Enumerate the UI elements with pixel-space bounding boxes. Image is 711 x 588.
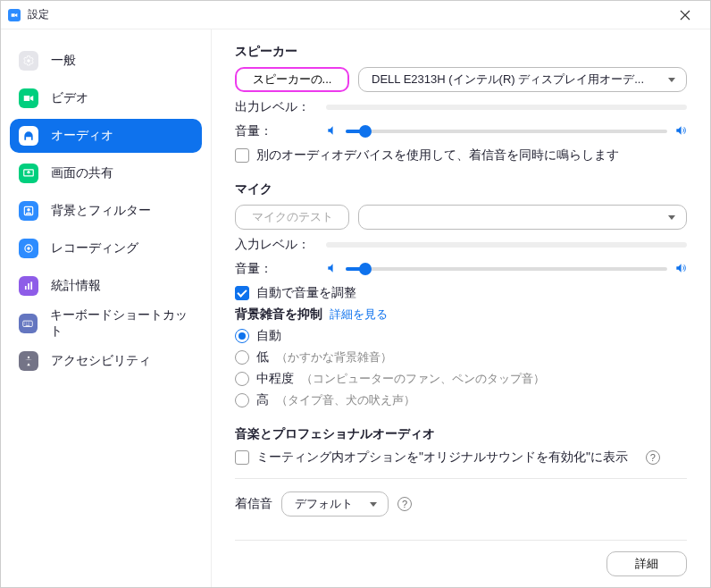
background-icon	[19, 201, 38, 221]
close-icon	[680, 10, 690, 21]
svg-rect-8	[30, 281, 32, 290]
svg-rect-7	[28, 283, 29, 290]
noise-high-radio[interactable]	[235, 393, 249, 407]
input-level-meter	[326, 242, 687, 248]
stats-icon	[19, 276, 38, 296]
output-level-meter	[326, 105, 687, 110]
accessibility-icon	[19, 351, 38, 371]
sidebar-item-label: 画面の共有	[51, 165, 113, 181]
test-mic-button[interactable]: マイクのテスト	[235, 205, 349, 230]
ringtone-value: デフォルト	[295, 496, 353, 512]
sidebar-item-stats[interactable]: 統計情報	[10, 269, 202, 303]
content-panel: スピーカー スピーカーの... DELL E2313H (インテル(R) ディス…	[212, 29, 710, 587]
sidebar-item-share[interactable]: 画面の共有	[10, 156, 202, 190]
sidebar-item-keyboard[interactable]: キーボードショートカット	[10, 307, 202, 340]
separator	[235, 478, 687, 479]
help-icon[interactable]: ?	[646, 450, 660, 465]
sidebar: 一般 ビデオ オーディオ 画面の共有 背景とフィルター レコーディング	[1, 29, 212, 587]
close-button[interactable]	[667, 1, 703, 29]
sidebar-item-label: オーディオ	[51, 128, 113, 144]
speaker-volume-slider[interactable]	[346, 122, 667, 140]
ringtone-label: 着信音	[235, 496, 272, 512]
mic-title: マイク	[235, 181, 687, 197]
app-icon	[8, 9, 21, 21]
footer: 詳細	[235, 540, 687, 587]
video-icon	[19, 88, 38, 108]
mic-volume-slider[interactable]	[346, 260, 667, 278]
gear-icon	[19, 51, 38, 71]
noise-mid-label: 中程度	[256, 371, 294, 387]
advanced-button[interactable]: 詳細	[606, 551, 687, 576]
noise-low-radio[interactable]	[235, 350, 249, 365]
noise-auto-label: 自動	[256, 328, 281, 344]
volume-low-icon	[326, 262, 339, 277]
noise-suppression-detail-link[interactable]: 詳細を見る	[330, 307, 388, 321]
svg-rect-6	[25, 286, 27, 290]
body: 一般 ビデオ オーディオ 画面の共有 背景とフィルター レコーディング	[1, 29, 710, 587]
settings-window: 設定 一般 ビデオ オーディオ 画面の共有	[0, 0, 711, 588]
sidebar-item-label: キーボードショートカット	[50, 307, 193, 340]
sidebar-item-label: 背景とフィルター	[51, 203, 151, 219]
mic-volume-label: 音量：	[235, 261, 317, 277]
input-level-label: 入力レベル：	[235, 237, 317, 253]
separate-ringtone-checkbox[interactable]	[235, 148, 249, 163]
noise-mid-radio[interactable]	[235, 372, 249, 386]
original-sound-checkbox[interactable]	[235, 450, 249, 465]
sidebar-item-label: 統計情報	[51, 278, 101, 294]
sidebar-item-general[interactable]: 一般	[10, 44, 202, 78]
share-screen-icon	[19, 164, 38, 183]
help-icon[interactable]: ?	[397, 497, 412, 511]
keyboard-icon	[19, 314, 38, 333]
speaker-volume-label: 音量：	[235, 123, 317, 139]
separate-ringtone-label: 別のオーディオデバイスを使用して、着信音を同時に鳴らします	[256, 147, 619, 164]
volume-high-icon	[674, 262, 687, 277]
noise-mid-hint: （コンピューターのファン、ペンのタップ音）	[301, 371, 545, 387]
original-sound-label: ミーティング内オプションを"オリジナルサウンドを有効化"に表示	[256, 449, 628, 466]
mic-device-select[interactable]	[358, 205, 687, 230]
sidebar-item-background[interactable]: 背景とフィルター	[10, 194, 202, 228]
sidebar-item-audio[interactable]: オーディオ	[10, 119, 202, 153]
speaker-title: スピーカー	[235, 44, 687, 60]
noise-high-hint: （タイプ音、犬の吠え声）	[276, 392, 415, 408]
noise-suppression-title: 背景雑音を抑制	[235, 307, 322, 321]
speaker-device-value: DELL E2313H (インテル(R) ディスプレイ用オーデ...	[372, 71, 644, 88]
music-audio-title: 音楽とプロフェショナルオーディオ	[235, 426, 687, 442]
sidebar-item-label: 一般	[51, 53, 76, 69]
noise-low-label: 低	[256, 349, 269, 365]
noise-high-label: 高	[256, 392, 269, 408]
noise-low-hint: （かすかな背景雑音）	[276, 349, 392, 365]
auto-adjust-volume-checkbox[interactable]	[235, 286, 249, 300]
svg-point-3	[28, 209, 29, 211]
sidebar-item-video[interactable]: ビデオ	[10, 81, 202, 115]
volume-high-icon	[674, 124, 687, 139]
svg-point-0	[27, 59, 30, 63]
test-speaker-button[interactable]: スピーカーの...	[235, 67, 349, 92]
speaker-device-select[interactable]: DELL E2313H (インテル(R) ディスプレイ用オーデ...	[358, 67, 687, 92]
headphones-icon	[19, 126, 38, 146]
sidebar-item-label: レコーディング	[51, 240, 138, 256]
svg-point-5	[27, 247, 30, 250]
record-icon	[19, 239, 38, 258]
ringtone-select[interactable]: デフォルト	[281, 491, 389, 517]
sidebar-item-label: アクセシビリティ	[51, 353, 151, 369]
auto-adjust-volume-label: 自動で音量を調整	[256, 285, 356, 301]
noise-auto-radio[interactable]	[235, 329, 249, 343]
output-level-label: 出力レベル：	[235, 99, 317, 115]
titlebar: 設定	[1, 1, 710, 29]
sidebar-item-label: ビデオ	[51, 90, 88, 106]
sidebar-item-recording[interactable]: レコーディング	[10, 231, 202, 265]
volume-low-icon	[326, 124, 339, 139]
svg-point-10	[28, 357, 29, 358]
sidebar-item-accessibility[interactable]: アクセシビリティ	[10, 344, 202, 378]
window-title: 設定	[28, 7, 49, 22]
